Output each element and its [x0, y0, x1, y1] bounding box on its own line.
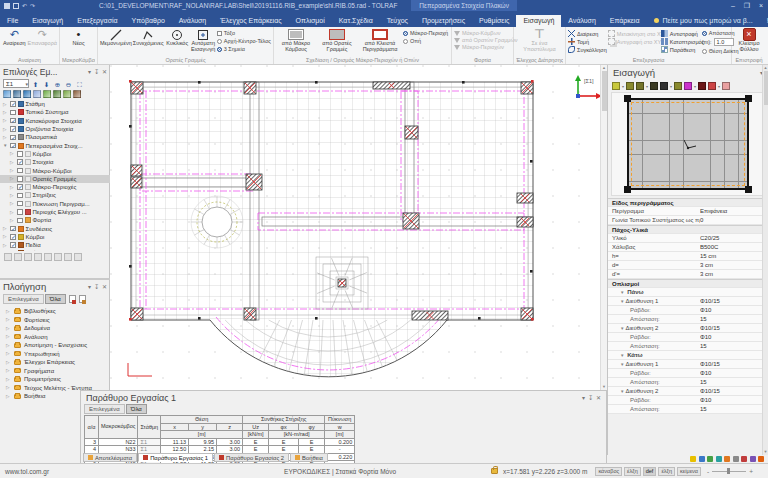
tree-item-4[interactable]: ▷Πλασματικά	[0, 133, 110, 141]
expand-arrow-icon[interactable]: ▷	[10, 160, 15, 165]
shortcut-icon[interactable]	[733, 456, 739, 462]
dropdown-arrow-icon[interactable]: ▾	[622, 84, 624, 89]
tree-checkbox[interactable]	[10, 242, 16, 248]
close-sheet-button[interactable]: × Κλείσιμο Φύλλου	[734, 28, 764, 53]
undo-icon[interactable]: ↶	[22, 2, 27, 9]
view-cube-icon[interactable]	[3, 90, 11, 98]
tree-item-17[interactable]: ▷Πεδία	[0, 241, 110, 249]
distance-input[interactable]: 1.0	[714, 38, 734, 46]
zoom-thumb[interactable]	[727, 468, 730, 474]
region-from-visible-lines-button[interactable]: από Ορατές Γραμμές	[317, 28, 357, 53]
expand-arrow-icon[interactable]: ▷	[3, 226, 8, 231]
dropdown-arrow-icon[interactable]: ▾	[670, 84, 672, 89]
expand-arrow-icon[interactable]: ▷	[6, 317, 11, 322]
move-xy-button[interactable]: Μετακίνηση στο XY	[608, 30, 660, 37]
auto-insert-button[interactable]: Αυτόματη Εισαγωγή	[191, 28, 216, 53]
palette-swatch-icon[interactable]	[636, 82, 644, 90]
expand-arrow-icon[interactable]: ▷	[10, 193, 15, 198]
option-3-points[interactable]: 3 Σημεία	[217, 46, 271, 52]
tree-checkbox[interactable]	[17, 151, 23, 157]
view-cube-icon[interactable]	[13, 90, 21, 98]
undo-button[interactable]: ↶Αναίρεση	[2, 28, 27, 47]
tree-checkbox[interactable]	[10, 118, 16, 124]
tree-tool-icon[interactable]	[64, 253, 72, 261]
nav-item-1[interactable]: ▷Φορτίσεις	[0, 316, 110, 325]
expand-arrow-icon[interactable]: ▼	[3, 143, 8, 148]
tree-item-0[interactable]: ▷Στάθμη	[0, 100, 110, 108]
tell-me-box[interactable]: Πείτε μου πως μπορώ να β...	[646, 17, 760, 27]
shortcut-icon[interactable]	[707, 456, 713, 462]
work-tab-0[interactable]: Επιλεγμένα	[84, 404, 125, 414]
ribbon-tab-5[interactable]: Έλεγχος Επάρκειας	[213, 15, 288, 27]
ribbon-tab-10[interactable]: Ρυθμίσεις	[472, 15, 516, 27]
shortcut-icon[interactable]	[724, 456, 730, 462]
view-cube-icon[interactable]	[63, 90, 71, 98]
tree-checkbox[interactable]	[10, 110, 16, 116]
tree-item-11[interactable]: ▷Στηρίξεις	[0, 191, 110, 199]
tree-tool-icon[interactable]	[24, 253, 32, 261]
nav-tab-0[interactable]: Επιλεγμένα	[3, 294, 44, 304]
redo-button[interactable]: ↷Επαναφορά	[28, 28, 57, 47]
shortcut-icon[interactable]	[690, 456, 696, 462]
tree-tool-icon[interactable]	[4, 253, 12, 261]
ribbon-tab-0[interactable]: File	[0, 15, 25, 27]
prop-value[interactable]: Φ10/15	[700, 298, 768, 304]
expand-arrow-icon[interactable]: ▷	[10, 210, 15, 215]
canvas-vertical-scrollbar[interactable]: ▲▼	[600, 65, 607, 390]
mirror-button[interactable]: Κατοπτρισμός	[661, 38, 701, 45]
close-button[interactable]: ×	[754, 0, 768, 11]
tree-item-5[interactable]: ▼Πεπερασμένα Στοιχ...	[0, 141, 110, 149]
expand-arrow-icon[interactable]: ▷	[3, 102, 8, 107]
expand-arrow-icon[interactable]: ▷	[10, 176, 15, 181]
pin-icon[interactable]: ↧	[588, 394, 593, 401]
tree-checkbox[interactable]	[17, 201, 23, 207]
pin-icon[interactable]: ↧	[94, 68, 99, 75]
tree-item-14[interactable]: ▷Φορτία	[0, 216, 110, 224]
tree-item-2[interactable]: ▷Κατακόρυφα Στοιχεία	[0, 117, 110, 125]
context-tab-1[interactable]: Ανάλυση	[561, 15, 602, 27]
toggle-1[interactable]: έλξη	[624, 467, 641, 476]
flip-button[interactable]: Αντιστροφή	[661, 30, 701, 37]
tree-checkbox[interactable]	[17, 209, 23, 215]
copy-xy-button[interactable]: Αντιγραφή στο XY	[608, 38, 660, 45]
expand-arrow-icon[interactable]: ▷	[6, 309, 11, 314]
context-tab-2[interactable]: Επάρκεια	[603, 15, 647, 27]
expand-arrow-icon[interactable]: ▷	[6, 377, 11, 382]
tree-checkbox[interactable]	[10, 226, 16, 232]
palette-swatch-icon[interactable]	[684, 82, 692, 90]
dropdown-arrow-icon[interactable]: ▾	[718, 84, 720, 89]
view-cube-icon[interactable]	[53, 90, 61, 98]
expand-arrow-icon[interactable]: ▷	[3, 234, 8, 239]
prop-value[interactable]: 3 cm	[700, 271, 768, 277]
palette-swatch-icon[interactable]	[612, 82, 620, 90]
tree-tool-icon[interactable]	[74, 253, 82, 261]
region-from-closed-outline-button[interactable]: από Κλειστά Περιγράμματα	[358, 28, 402, 53]
palette-swatch-icon[interactable]	[660, 82, 668, 90]
tree-item-9[interactable]: ▷Ορατές Γραμμές	[0, 175, 110, 183]
prop-value[interactable]: Φ10	[700, 307, 768, 313]
expand-arrow-icon[interactable]: ▷	[6, 326, 11, 331]
zoom-in-icon[interactable]: ⊕	[53, 79, 62, 88]
prop-value[interactable]: 0	[700, 217, 768, 223]
array-button[interactable]: Παράθεση	[661, 46, 701, 53]
option-macro-region[interactable]: Μάκρο-Περιοχή	[403, 30, 448, 36]
toggle-4[interactable]: κείμενα	[677, 467, 701, 476]
tree-checkbox[interactable]	[10, 101, 16, 107]
tree-checkbox[interactable]	[17, 176, 23, 182]
pin-icon[interactable]: ↧	[94, 283, 99, 290]
shortcut-icon[interactable]	[716, 456, 722, 462]
expand-arrow-icon[interactable]: ▷	[3, 127, 8, 132]
loads-macronodes-button[interactable]: Μάκρο-Κόμβων	[454, 30, 518, 36]
expand-arrow-icon[interactable]: ▷	[6, 334, 11, 339]
nav-tab-1[interactable]: Όλα	[45, 294, 66, 304]
prop-value[interactable]: C20/25	[700, 235, 768, 241]
level-combobox[interactable]: Σ1▾	[3, 79, 29, 88]
expand-arrow-icon[interactable]: ▼	[620, 353, 624, 358]
zoom-out-icon[interactable]: ⊖	[64, 79, 73, 88]
expand-arrow-icon[interactable]: ▷	[6, 343, 11, 348]
palette-swatch-icon[interactable]	[674, 82, 682, 90]
ribbon-tab-4[interactable]: Ανάλυση	[172, 15, 213, 27]
tree-item-12[interactable]: ▷Πύκνωση Περιγραμ...	[0, 200, 110, 208]
palette-swatch-icon[interactable]	[722, 82, 730, 90]
ribbon-tab-2[interactable]: Επεξεργασία	[70, 15, 124, 27]
